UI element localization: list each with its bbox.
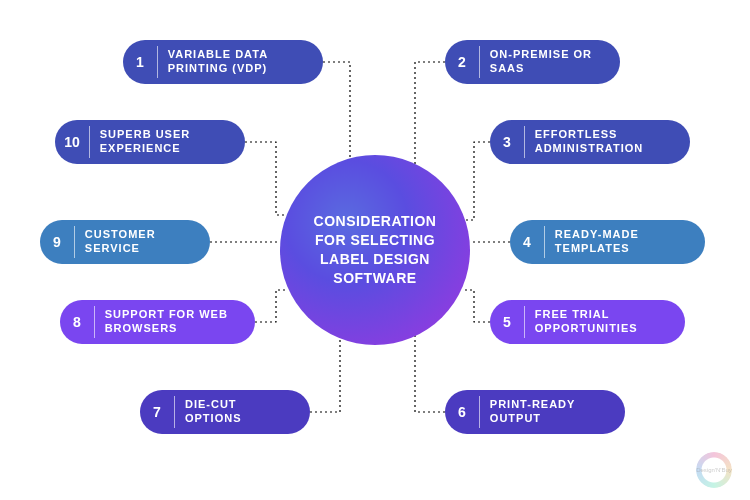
pill-label: SUPERB USER EXPERIENCE [100, 128, 229, 156]
pill-label: SUPPORT FOR WEB BROWSERS [105, 308, 239, 336]
pill-item-7: 7DIE-CUT OPTIONS [140, 390, 310, 434]
pill-label: FREE TRIAL OPPORTUNITIES [535, 308, 669, 336]
pill-divider [544, 226, 545, 258]
pill-item-2: 2ON-PREMISE OR SAAS [445, 40, 620, 84]
pill-item-1: 1VARIABLE DATA PRINTING (VDP) [123, 40, 323, 84]
pill-divider [157, 46, 158, 78]
pill-item-3: 3EFFORTLESS ADMINISTRATION [490, 120, 690, 164]
pill-number: 1 [129, 54, 151, 70]
pill-number: 2 [451, 54, 473, 70]
pill-divider [524, 126, 525, 158]
pill-number: 3 [496, 134, 518, 150]
pill-item-10: 10SUPERB USER EXPERIENCE [55, 120, 245, 164]
pill-number: 10 [61, 134, 83, 150]
pill-number: 5 [496, 314, 518, 330]
pill-number: 6 [451, 404, 473, 420]
pill-divider [479, 396, 480, 428]
pill-label: ON-PREMISE OR SAAS [490, 48, 604, 76]
pill-item-9: 9CUSTOMER SERVICE [40, 220, 210, 264]
center-title: CONSIDERATION FOR SELECTING LABEL DESIGN… [302, 212, 448, 288]
pill-divider [94, 306, 95, 338]
pill-item-5: 5FREE TRIAL OPPORTUNITIES [490, 300, 685, 344]
center-hub: CONSIDERATION FOR SELECTING LABEL DESIGN… [280, 155, 470, 345]
pill-number: 4 [516, 234, 538, 250]
pill-divider [89, 126, 90, 158]
pill-number: 9 [46, 234, 68, 250]
pill-item-6: 6PRINT-READY OUTPUT [445, 390, 625, 434]
pill-divider [174, 396, 175, 428]
pill-item-8: 8SUPPORT FOR WEB BROWSERS [60, 300, 255, 344]
pill-divider [524, 306, 525, 338]
pill-label: EFFORTLESS ADMINISTRATION [535, 128, 674, 156]
pill-label: VARIABLE DATA PRINTING (VDP) [168, 48, 307, 76]
pill-item-4: 4READY-MADE TEMPLATES [510, 220, 705, 264]
pill-number: 7 [146, 404, 168, 420]
pill-label: CUSTOMER SERVICE [85, 228, 194, 256]
pill-divider [479, 46, 480, 78]
pill-label: READY-MADE TEMPLATES [555, 228, 689, 256]
pill-divider [74, 226, 75, 258]
pill-label: DIE-CUT OPTIONS [185, 398, 294, 426]
brand-logo-text: Design'N'Buy [696, 452, 732, 488]
pill-label: PRINT-READY OUTPUT [490, 398, 609, 426]
pill-number: 8 [66, 314, 88, 330]
